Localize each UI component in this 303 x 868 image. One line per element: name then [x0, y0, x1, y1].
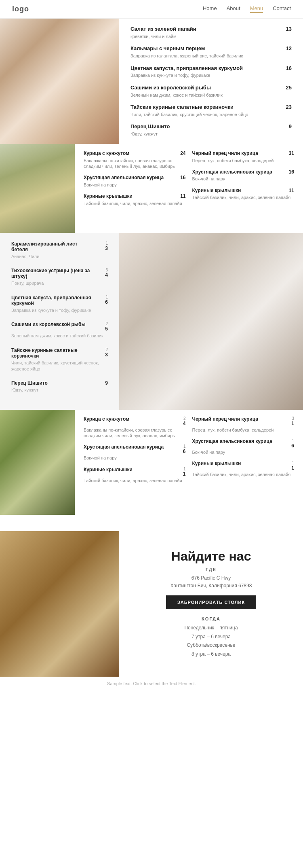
food-image-2 — [0, 144, 75, 233]
item-price: 25 — [284, 85, 292, 91]
s3-item-desc: Понзу, шрирача — [11, 280, 108, 286]
s4-price-top: 1 — [183, 444, 186, 449]
nav-about[interactable]: About — [227, 5, 240, 13]
service-image — [0, 531, 119, 677]
where-label: ГДЕ — [206, 567, 217, 572]
item-desc: креветки, чили и лайм — [130, 34, 280, 40]
s2-item: Хрустящая апельсиновая курица 16 Бок-чой… — [192, 169, 295, 182]
s2-item-price: 11 — [178, 193, 186, 200]
s4-item: Куриные крылышки 1 1 Тайский базилик, чи… — [192, 461, 295, 477]
s4-item-desc: Тайский базилик, чили, арахис, зеленая п… — [84, 478, 186, 483]
s2-item-name: Куриные крылышки — [192, 188, 286, 194]
s4-price-top: 1 — [292, 438, 294, 443]
s2-item-price: 11 — [286, 188, 294, 194]
hero-image — [0, 19, 119, 144]
item-desc: Заправка из кунжута и тофу, фурикаке — [130, 72, 280, 78]
section2-menus: Курица с кунжутом 24 Баклажаны по-китайс… — [75, 144, 303, 233]
s4-price-bot: 1 — [291, 421, 294, 426]
find-us-title: Найдите нас — [171, 549, 251, 564]
s3-item-desc: Ананас, Чили — [11, 254, 108, 260]
hours-line3: Суббота/воскресенье — [187, 642, 235, 648]
item-price: 16 — [284, 65, 292, 71]
s4-item-desc: Бок-чой на пару — [192, 449, 295, 455]
s3-price-bot: 3 — [105, 352, 108, 358]
s4-item-name: Хрустящая апельсиновая курица — [84, 444, 178, 450]
s4-price-top: 1 — [292, 461, 294, 465]
find-us-section: Найдите нас ГДЕ 676 Pacific C Hwy Хантин… — [0, 531, 303, 677]
footer-text: Sample text. Click to select the Text El… — [107, 681, 196, 686]
item-desc: Заправка из галангала, жареный рис, тайс… — [130, 53, 280, 59]
s2-item-price: 16 — [286, 169, 294, 176]
item-price: 23 — [284, 104, 292, 110]
s4-item-name: Куриные крылышки — [192, 461, 286, 466]
s4-price-bot: 1 — [291, 465, 294, 471]
s4-item-name: Хрустящая апельсиновая курица — [192, 438, 286, 444]
s2-item: Хрустящая апельсиновая курица 16 Бок-чой… — [84, 175, 186, 188]
s3-item-name: Цветная капуста, приправленная куркумой — [11, 295, 98, 306]
menu-item: Цветная капуста, приправленная куркумой … — [130, 65, 292, 79]
s4-item-desc: Перец, лук, побеги бамбука, сельдерей — [192, 427, 295, 433]
s4-item-desc: Баклажаны по-китайски, соевая глазурь со… — [84, 427, 186, 439]
s3-price-bot: 6 — [105, 299, 108, 305]
s3-item: Цветная капуста, приправленная куркумой … — [11, 295, 108, 313]
s3-item: Тайские куриные салатные корзиночки 2 3 … — [11, 347, 108, 373]
s3-price-bot: 5 — [105, 326, 108, 332]
s2-item-desc: Тайский базилик, чили, арахис, зеленая п… — [84, 201, 186, 206]
nav-menu[interactable]: Menu — [250, 5, 263, 13]
s3-item-name: Сашими из королевской рыбы — [11, 322, 98, 327]
s2-item: Куриные крылышки 11 Тайский базилик, чил… — [84, 193, 186, 206]
item-name: Цветная капуста, приправленная куркумой — [130, 65, 280, 72]
s3-item-name: Тихоокеанские устрицы (цена за штуку) — [11, 268, 98, 279]
s4-price-bot: 6 — [291, 443, 294, 449]
s3-item: Перец Шишито 9 Юдзу, кунжут — [11, 380, 108, 393]
s2-item-price: 16 — [178, 175, 186, 181]
s2-item-desc: Бок-чой на пару — [192, 176, 295, 182]
navbar: logo Home About Menu Contact — [0, 0, 303, 19]
spacer — [0, 515, 303, 531]
item-desc: Чили, тайский базилик, хрустящий чеснок,… — [130, 112, 280, 118]
s3-price-top: 1 — [105, 241, 108, 246]
s3-item-name: Карамелизированный лист бетеля — [11, 241, 98, 252]
hours-line2: 7 утра – 6 вечера — [191, 634, 231, 639]
s3-item-desc: Чили, тайский базилик, хрустящий чеснок,… — [11, 360, 108, 373]
footer: Sample text. Click to select the Text El… — [0, 677, 303, 690]
menu-item: Перец Шишито Юдзу, кунжут 9 — [130, 123, 292, 137]
section4-col1: Курица с кунжутом 2 4 Баклажаны по-китай… — [80, 416, 189, 508]
s3-item-desc: Заправка из кунжута и тофу, фурикаке — [11, 307, 108, 313]
menu-item: Тайские куриные салатные корзиночки Чили… — [130, 104, 292, 118]
find-us-content: Найдите нас ГДЕ 676 Pacific C Hwy Хантин… — [119, 531, 303, 677]
section3: Карамелизированный лист бетеля 1 3 Анана… — [0, 233, 303, 410]
s4-item-name: Курица с кунжутом — [84, 416, 178, 422]
menu-item: Салат из зеленой папайи креветки, чили и… — [130, 26, 292, 40]
s4-item-name: Куриные крылышки — [84, 467, 178, 472]
s4-item: Курица с кунжутом 2 4 Баклажаны по-китай… — [84, 416, 186, 439]
nav-links: Home About Menu Contact — [203, 5, 291, 13]
s3-item: Сашими из королевской рыбы 2 5 Зеленый н… — [11, 322, 108, 339]
s2-item-name: Курица с кунжутом — [84, 150, 178, 157]
s2-item-name: Хрустящая апельсиновая курица — [192, 169, 286, 176]
s4-item: Черный перец чили курица 3 1 Перец, лук,… — [192, 416, 295, 433]
dining-image — [119, 233, 303, 410]
s2-item-price: 31 — [286, 150, 294, 157]
hours-line1: Понедельник – пятница — [184, 625, 238, 631]
section2-col2: Черный перец чили курица 31 Перец, лук, … — [189, 150, 298, 227]
s3-item-desc: Юдзу, кунжут — [11, 387, 108, 393]
item-name: Салат из зеленой папайи — [130, 26, 280, 33]
section4-menus: Курица с кунжутом 2 4 Баклажаны по-китай… — [75, 410, 303, 515]
nav-contact[interactable]: Contact — [273, 5, 291, 13]
logo: logo — [12, 5, 29, 13]
nav-home[interactable]: Home — [203, 5, 217, 13]
s2-item: Курица с кунжутом 24 Баклажаны по-китайс… — [84, 150, 186, 169]
item-price: 12 — [284, 45, 292, 51]
s2-item-desc: Бок-чой на пару — [84, 182, 186, 188]
s2-item-name: Куриные крылышки — [84, 193, 178, 200]
section4-col2: Черный перец чили курица 3 1 Перец, лук,… — [189, 416, 298, 508]
s4-item-desc: Тайский базилик, чили, арахис, зеленая п… — [192, 472, 295, 477]
section2-col1: Курица с кунжутом 24 Баклажаны по-китайс… — [80, 150, 189, 227]
s4-price-top: 3 — [292, 416, 294, 421]
s2-item-price: 24 — [178, 150, 186, 157]
s2-item: Куриные крылышки 11 Тайский базилик, чил… — [192, 188, 295, 201]
reserve-button[interactable]: ЗАБРОНИРОВАТЬ СТОЛИК — [166, 595, 256, 609]
section4: Курица с кунжутом 2 4 Баклажаны по-китай… — [0, 410, 303, 515]
s2-item-name: Черный перец чили курица — [192, 150, 286, 157]
